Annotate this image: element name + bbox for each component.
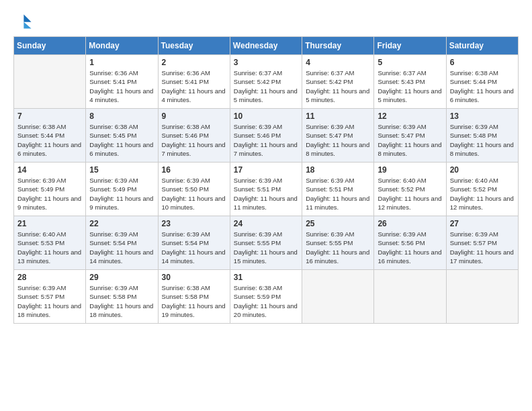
day-info: Sunrise: 6:37 AMSunset: 5:43 PMDaylight:… xyxy=(378,68,442,104)
header-wednesday: Wednesday xyxy=(230,37,302,55)
day-info: Sunrise: 6:38 AMSunset: 5:58 PMDaylight:… xyxy=(162,283,226,319)
day-number: 5 xyxy=(378,58,442,67)
logo-icon xyxy=(13,11,32,30)
calendar-cell: 15Sunrise: 6:39 AMSunset: 5:49 PMDayligh… xyxy=(86,163,158,216)
day-info: Sunrise: 6:38 AMSunset: 5:44 PMDaylight:… xyxy=(450,68,515,104)
calendar-week-row: 14Sunrise: 6:39 AMSunset: 5:49 PMDayligh… xyxy=(14,163,519,216)
day-number: 2 xyxy=(162,58,226,67)
day-number: 15 xyxy=(89,165,154,175)
day-number: 28 xyxy=(17,273,82,282)
calendar-cell xyxy=(374,270,446,324)
calendar-cell: 25Sunrise: 6:39 AMSunset: 5:55 PMDayligh… xyxy=(302,216,374,270)
calendar-cell: 16Sunrise: 6:39 AMSunset: 5:50 PMDayligh… xyxy=(158,163,230,216)
calendar-cell xyxy=(446,270,518,324)
calendar-cell: 26Sunrise: 6:39 AMSunset: 5:56 PMDayligh… xyxy=(374,216,446,270)
header-sunday: Sunday xyxy=(14,37,86,55)
day-number: 9 xyxy=(162,111,226,121)
calendar-cell: 4Sunrise: 6:37 AMSunset: 5:42 PMDaylight… xyxy=(302,55,374,109)
day-number: 13 xyxy=(450,111,515,121)
calendar-cell: 23Sunrise: 6:39 AMSunset: 5:54 PMDayligh… xyxy=(158,216,230,270)
day-number: 14 xyxy=(17,165,82,175)
calendar-cell xyxy=(302,270,374,324)
day-number: 26 xyxy=(378,219,442,228)
day-info: Sunrise: 6:36 AMSunset: 5:41 PMDaylight:… xyxy=(162,68,226,104)
day-info: Sunrise: 6:39 AMSunset: 5:49 PMDaylight:… xyxy=(17,176,82,212)
day-number: 1 xyxy=(89,58,154,67)
day-info: Sunrise: 6:39 AMSunset: 5:47 PMDaylight:… xyxy=(306,122,370,158)
day-number: 20 xyxy=(450,165,515,175)
day-info: Sunrise: 6:37 AMSunset: 5:42 PMDaylight:… xyxy=(306,68,370,104)
calendar-table: SundayMondayTuesdayWednesdayThursdayFrid… xyxy=(13,36,519,324)
day-number: 10 xyxy=(234,111,298,121)
day-number: 31 xyxy=(234,273,298,282)
day-number: 29 xyxy=(89,273,154,282)
day-number: 3 xyxy=(234,58,298,67)
header-monday: Monday xyxy=(86,37,158,55)
day-info: Sunrise: 6:39 AMSunset: 5:50 PMDaylight:… xyxy=(162,176,226,212)
day-number: 4 xyxy=(306,58,370,67)
calendar-cell: 5Sunrise: 6:37 AMSunset: 5:43 PMDaylight… xyxy=(374,55,446,109)
calendar-cell: 3Sunrise: 6:37 AMSunset: 5:42 PMDaylight… xyxy=(230,55,302,109)
calendar-cell: 19Sunrise: 6:40 AMSunset: 5:52 PMDayligh… xyxy=(374,163,446,216)
day-number: 8 xyxy=(89,111,154,121)
day-number: 25 xyxy=(306,219,370,228)
day-number: 30 xyxy=(162,273,226,282)
calendar-cell: 17Sunrise: 6:39 AMSunset: 5:51 PMDayligh… xyxy=(230,163,302,216)
calendar-cell: 28Sunrise: 6:39 AMSunset: 5:57 PMDayligh… xyxy=(14,270,86,324)
day-info: Sunrise: 6:37 AMSunset: 5:42 PMDaylight:… xyxy=(234,68,298,104)
calendar-cell: 29Sunrise: 6:39 AMSunset: 5:58 PMDayligh… xyxy=(86,270,158,324)
day-info: Sunrise: 6:40 AMSunset: 5:52 PMDaylight:… xyxy=(378,176,442,212)
calendar-cell: 2Sunrise: 6:36 AMSunset: 5:41 PMDaylight… xyxy=(158,55,230,109)
calendar-cell: 18Sunrise: 6:39 AMSunset: 5:51 PMDayligh… xyxy=(302,163,374,216)
day-number: 24 xyxy=(234,219,298,228)
day-info: Sunrise: 6:39 AMSunset: 5:55 PMDaylight:… xyxy=(306,230,370,265)
calendar-cell: 13Sunrise: 6:39 AMSunset: 5:48 PMDayligh… xyxy=(446,109,518,163)
header-thursday: Thursday xyxy=(302,37,374,55)
calendar-cell: 12Sunrise: 6:39 AMSunset: 5:47 PMDayligh… xyxy=(374,109,446,163)
day-info: Sunrise: 6:39 AMSunset: 5:51 PMDaylight:… xyxy=(234,176,298,212)
day-number: 17 xyxy=(234,165,298,175)
day-info: Sunrise: 6:39 AMSunset: 5:55 PMDaylight:… xyxy=(234,230,298,265)
day-info: Sunrise: 6:39 AMSunset: 5:49 PMDaylight:… xyxy=(89,176,154,212)
calendar-week-row: 1Sunrise: 6:36 AMSunset: 5:41 PMDaylight… xyxy=(14,55,519,109)
calendar-cell: 7Sunrise: 6:38 AMSunset: 5:44 PMDaylight… xyxy=(14,109,86,163)
header-saturday: Saturday xyxy=(446,37,518,55)
calendar-week-row: 21Sunrise: 6:40 AMSunset: 5:53 PMDayligh… xyxy=(14,216,519,270)
calendar-cell: 21Sunrise: 6:40 AMSunset: 5:53 PMDayligh… xyxy=(14,216,86,270)
svg-marker-0 xyxy=(24,15,31,22)
calendar-cell: 27Sunrise: 6:39 AMSunset: 5:57 PMDayligh… xyxy=(446,216,518,270)
day-info: Sunrise: 6:40 AMSunset: 5:53 PMDaylight:… xyxy=(17,230,82,265)
day-info: Sunrise: 6:39 AMSunset: 5:58 PMDaylight:… xyxy=(89,283,154,319)
calendar-cell: 6Sunrise: 6:38 AMSunset: 5:44 PMDaylight… xyxy=(446,55,518,109)
day-info: Sunrise: 6:39 AMSunset: 5:47 PMDaylight:… xyxy=(378,122,442,158)
day-info: Sunrise: 6:38 AMSunset: 5:46 PMDaylight:… xyxy=(162,122,226,158)
calendar-cell: 31Sunrise: 6:38 AMSunset: 5:59 PMDayligh… xyxy=(230,270,302,324)
calendar-week-row: 7Sunrise: 6:38 AMSunset: 5:44 PMDaylight… xyxy=(14,109,519,163)
logo xyxy=(13,11,35,30)
calendar-cell: 14Sunrise: 6:39 AMSunset: 5:49 PMDayligh… xyxy=(14,163,86,216)
day-info: Sunrise: 6:38 AMSunset: 5:45 PMDaylight:… xyxy=(89,122,154,158)
day-number: 23 xyxy=(162,219,226,228)
day-info: Sunrise: 6:39 AMSunset: 5:57 PMDaylight:… xyxy=(17,283,82,319)
day-info: Sunrise: 6:39 AMSunset: 5:57 PMDaylight:… xyxy=(450,230,515,265)
day-number: 19 xyxy=(378,165,442,175)
header xyxy=(13,11,519,30)
calendar-week-row: 28Sunrise: 6:39 AMSunset: 5:57 PMDayligh… xyxy=(14,270,519,324)
day-info: Sunrise: 6:40 AMSunset: 5:52 PMDaylight:… xyxy=(450,176,515,212)
calendar-cell: 24Sunrise: 6:39 AMSunset: 5:55 PMDayligh… xyxy=(230,216,302,270)
calendar-cell: 22Sunrise: 6:39 AMSunset: 5:54 PMDayligh… xyxy=(86,216,158,270)
day-number: 11 xyxy=(306,111,370,121)
day-number: 18 xyxy=(306,165,370,175)
day-info: Sunrise: 6:39 AMSunset: 5:48 PMDaylight:… xyxy=(450,122,515,158)
day-info: Sunrise: 6:39 AMSunset: 5:54 PMDaylight:… xyxy=(162,230,226,265)
calendar-cell: 9Sunrise: 6:38 AMSunset: 5:46 PMDaylight… xyxy=(158,109,230,163)
calendar-cell: 30Sunrise: 6:38 AMSunset: 5:58 PMDayligh… xyxy=(158,270,230,324)
calendar-cell: 11Sunrise: 6:39 AMSunset: 5:47 PMDayligh… xyxy=(302,109,374,163)
day-info: Sunrise: 6:36 AMSunset: 5:41 PMDaylight:… xyxy=(89,68,154,104)
day-number: 6 xyxy=(450,58,515,67)
calendar-cell xyxy=(14,55,86,109)
day-info: Sunrise: 6:38 AMSunset: 5:59 PMDaylight:… xyxy=(234,283,298,319)
svg-marker-1 xyxy=(24,22,31,29)
calendar-cell: 1Sunrise: 6:36 AMSunset: 5:41 PMDaylight… xyxy=(86,55,158,109)
calendar-header-row: SundayMondayTuesdayWednesdayThursdayFrid… xyxy=(14,37,519,55)
